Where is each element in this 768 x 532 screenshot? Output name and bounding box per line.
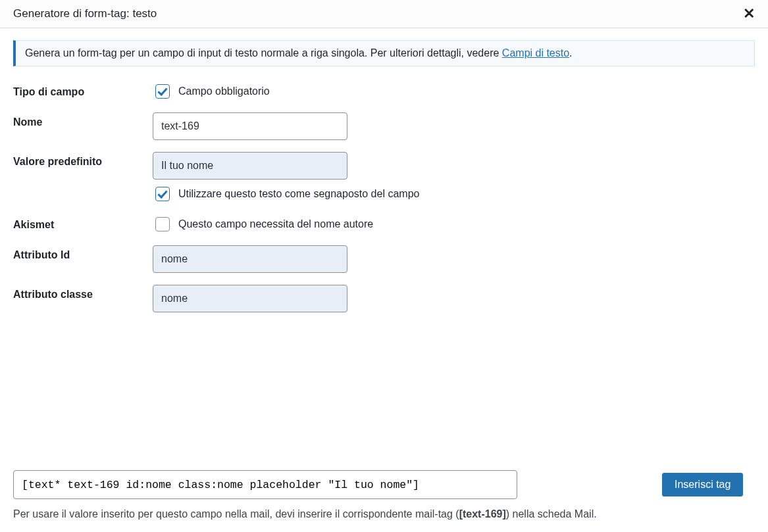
row-nome: Nome bbox=[13, 112, 755, 140]
hint-tag: [text-169] bbox=[459, 508, 506, 520]
required-checkbox-label: Campo obbligatorio bbox=[178, 85, 270, 97]
row-valore-predefinito: Valore predefinito Utilizzare questo tes… bbox=[13, 152, 755, 203]
row-akismet: Akismet Questo campo necessita del nome … bbox=[13, 215, 755, 233]
dialog-title: Generatore di form-tag: testo bbox=[13, 7, 157, 20]
row-tipo-di-campo: Tipo di campo Campo obbligatorio bbox=[13, 82, 755, 101]
label-tipo-di-campo: Tipo di campo bbox=[13, 82, 153, 98]
label-attributo-classe: Attributo classe bbox=[13, 285, 153, 301]
placeholder-checkbox[interactable] bbox=[155, 187, 170, 201]
default-value-input[interactable] bbox=[153, 152, 347, 180]
required-checkbox[interactable] bbox=[155, 84, 170, 99]
row-attributo-id: Attributo Id bbox=[13, 245, 755, 273]
info-link[interactable]: Campi di testo bbox=[502, 47, 569, 59]
info-box: Genera un form-tag per un campo di input… bbox=[13, 40, 755, 66]
label-valore-predefinito: Valore predefinito bbox=[13, 152, 153, 168]
info-text-suffix: . bbox=[569, 47, 572, 59]
required-field-line: Campo obbligatorio bbox=[153, 82, 755, 101]
placeholder-checkbox-label: Utilizzare questo testo come segnaposto … bbox=[178, 188, 419, 200]
close-icon[interactable]: ✕ bbox=[743, 7, 755, 21]
dialog-titlebar: Generatore di form-tag: testo ✕ bbox=[0, 0, 768, 28]
mail-tag-hint: Per usare il valore inserito per questo … bbox=[13, 508, 755, 520]
output-row: Inserisci tag bbox=[13, 470, 755, 499]
form-tag-generator-dialog: Generatore di form-tag: testo ✕ Genera u… bbox=[0, 0, 768, 532]
label-attributo-id: Attributo Id bbox=[13, 245, 153, 261]
info-text-prefix: Genera un form-tag per un campo di input… bbox=[25, 47, 502, 59]
class-attr-input[interactable] bbox=[153, 285, 347, 312]
insert-tag-button[interactable]: Inserisci tag bbox=[662, 473, 743, 496]
id-attr-input[interactable] bbox=[153, 245, 347, 273]
akismet-checkbox-label: Questo campo necessita del nome autore bbox=[178, 218, 373, 230]
name-input[interactable] bbox=[153, 112, 347, 140]
hint-after: ) nella scheda Mail. bbox=[506, 508, 597, 520]
dialog-body: Genera un form-tag per un campo di input… bbox=[0, 28, 768, 470]
placeholder-line: Utilizzare questo testo come segnaposto … bbox=[153, 185, 755, 203]
hint-before: Per usare il valore inserito per questo … bbox=[13, 508, 459, 520]
label-nome: Nome bbox=[13, 112, 153, 128]
generated-tag-output[interactable] bbox=[13, 470, 517, 499]
label-akismet: Akismet bbox=[13, 215, 153, 231]
akismet-checkbox[interactable] bbox=[155, 217, 170, 231]
akismet-line: Questo campo necessita del nome autore bbox=[153, 215, 755, 233]
row-attributo-classe: Attributo classe bbox=[13, 285, 755, 312]
dialog-bottom: Inserisci tag Per usare il valore inseri… bbox=[0, 470, 768, 532]
